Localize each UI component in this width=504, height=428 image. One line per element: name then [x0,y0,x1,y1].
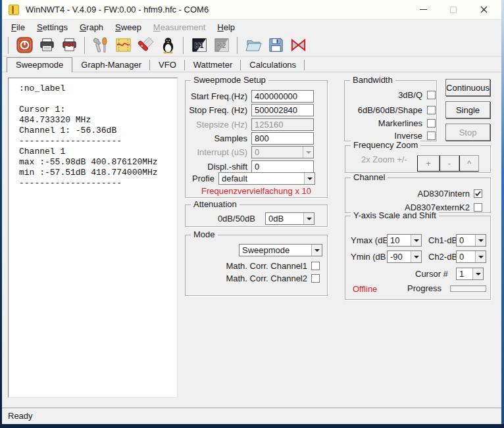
attenuation-range-label: 0dB/50dB [186,212,255,225]
minimize-button[interactable] [408,0,438,19]
ad8307-extern-checkbox[interactable] [474,203,482,212]
markerlines-checkbox[interactable] [427,119,436,128]
maximize-button[interactable] [438,0,468,19]
bw-6db-checkbox[interactable] [427,106,436,114]
print-pdf-icon: PDF [61,36,78,54]
menu-graph[interactable]: Graph [74,21,109,34]
ch2-db-combo[interactable]: 0 [456,250,486,263]
window-title: WinNWT4 - V.4.09 - FW:0.00 - hfm9.hfc - … [26,0,209,20]
power-button[interactable] [14,36,35,55]
cursor-number-value: 1 [459,268,464,279]
samples-input[interactable] [251,132,314,145]
monitor-line: Channel 1: -56.36dB [19,126,177,136]
dropdown-arrow-icon [472,268,483,279]
start-freq-input[interactable] [251,90,314,103]
bw-6db-label: 6dB/60dB/Shape [345,106,422,114]
open-file-button[interactable] [243,36,264,55]
cursor-number-label: Cursor # [415,268,448,280]
menu-settings[interactable]: Settings [31,21,74,34]
monitor-line: Channel 1 [19,147,177,157]
ymax-value: 10 [390,235,399,246]
math-corr-ch2-checkbox[interactable] [311,274,320,283]
calibration-k1-button[interactable]: K1 [189,36,210,55]
ymin-combo[interactable]: -90 [387,250,422,263]
ymin-value: -90 [390,251,403,262]
print-icon [38,36,56,54]
tab-calculations[interactable]: Calculations [241,59,305,72]
k2-calibration-icon: K2 [213,36,231,54]
ch1-db-label: Ch1-dB [428,234,457,247]
bw-3db-checkbox[interactable] [427,91,436,99]
stepsize-input [251,118,314,131]
pdf-label: PDF [63,41,75,48]
attenuation-combo[interactable]: 0dB [265,212,315,225]
k2-label: K2 [216,41,226,49]
tab-graph-manager[interactable]: Graph-Manager [72,59,150,72]
tools-button[interactable] [90,36,111,55]
progress-label: Progress [407,282,441,295]
single-button[interactable]: Single [445,101,490,118]
k1-calibration-icon: K1 [191,36,209,54]
freq-zoom-plus-button[interactable]: + [417,155,440,172]
dropdown-arrow-icon [475,235,486,246]
displ-shift-input[interactable] [251,160,314,173]
stop-freq-label: Stop Freq. (Hz) [186,104,247,116]
toolbar-separator [8,37,9,54]
ymax-combo[interactable]: 10 [387,234,422,247]
group-title: Attenuation [191,200,239,209]
interrupt-value: 0 [255,147,259,158]
monitor-line: -------------------- [19,136,177,147]
stop-button[interactable]: Stop [445,124,490,141]
ch1-db-combo[interactable]: 0 [456,234,486,247]
exit-button[interactable] [288,36,309,55]
app-logo-icon [9,5,19,15]
tab-wattmeter[interactable]: Wattmeter [185,59,241,72]
penguin-icon [159,36,177,54]
offline-status: Offline [353,284,377,294]
cursor-number-combo[interactable]: 1 [456,268,484,280]
ch2-db-value: 0 [459,251,464,262]
stop-freq-input[interactable] [251,104,314,116]
ad8307-intern-label: AD8307intern [345,189,470,198]
toolbar-separator [84,37,86,54]
freq-zoom-minus-button[interactable]: - [440,155,459,172]
frequency-zoom-group: Frequency Zoom 2x Zoom +/- + - ^ [345,145,491,173]
tab-vfo[interactable]: VFO [150,59,185,72]
freq-zoom-up-button[interactable]: ^ [459,155,479,172]
minimize-icon [420,9,427,10]
profile-combo[interactable]: default [218,172,315,185]
menu-sweep[interactable]: Sweep [109,21,147,34]
inverse-checkbox[interactable] [427,131,436,140]
continuous-button[interactable]: Continuous [445,79,490,96]
window-border-bottom [0,424,504,428]
start-freq-label: Start Freq.(Hz) [186,90,247,103]
print-pdf-button[interactable]: PDF [59,36,80,55]
save-file-button[interactable] [265,36,286,55]
ad8307-intern-checkbox[interactable] [474,189,482,198]
status-bar: Ready [2,408,501,424]
penguin-button[interactable] [157,36,178,55]
stepsize-label: Stepsize (Hz) [186,118,247,131]
tab-bar: Sweepmode Graph-Manager VFO Wattmeter Ca… [2,57,501,72]
interrupt-combo: 0 [251,146,314,158]
print-button[interactable] [36,36,57,55]
menu-help[interactable]: Help [211,21,241,34]
graph-window-button[interactable] [113,36,134,55]
graph-window-icon [114,36,132,54]
menu-file[interactable]: File [5,21,31,34]
displ-shift-label: Displ.-shift [186,160,247,173]
close-x-icon [290,36,307,54]
cursor-info-panel: :no_label Cursor 1: 484.733320 MHz Chann… [8,78,178,398]
math-corr-ch1-checkbox[interactable] [311,262,320,270]
close-button[interactable] [468,0,499,19]
dropdown-arrow-icon [303,213,314,224]
tab-sweepmode[interactable]: Sweepmode [7,57,72,72]
open-folder-icon [245,36,263,54]
yaxis-group: Y-axis Scale and Shift Ymax (dE 10 Ch1-d… [345,216,491,300]
swiss-knife-button[interactable] [135,36,156,55]
monitor-line: max :-55.98dB 400.876120MHz [19,157,177,168]
mode-combo[interactable]: Sweepmode [239,244,322,256]
calibration-k2-button[interactable]: K2 [211,36,232,55]
ch2-db-label: Ch2-dB [428,250,457,263]
group-title: Bandwidth [350,76,395,85]
